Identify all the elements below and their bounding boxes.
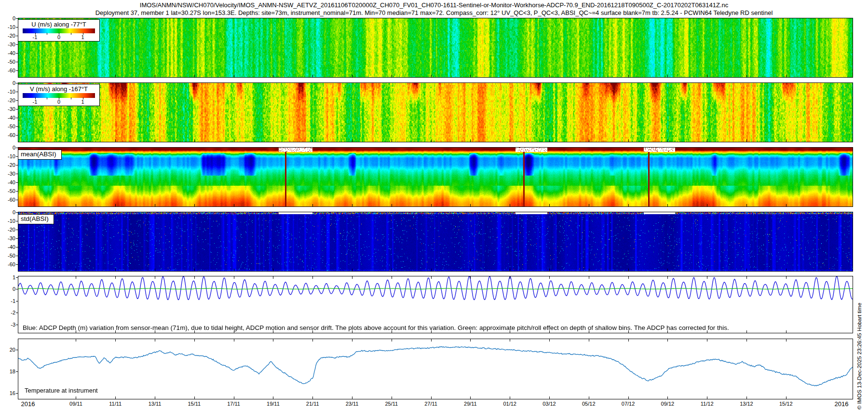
x-tick-label: 17/11 (227, 401, 240, 407)
u-velocity-heatmap (18, 18, 853, 77)
y-tick-mark (16, 313, 18, 313)
y-tick-label: -20 (2, 33, 15, 39)
y-tick-label: -20 (2, 227, 15, 232)
y-tick-label: -60 (2, 132, 15, 138)
x-tick-label: 29/11 (464, 401, 477, 407)
y-tick-label: 20 (2, 347, 15, 353)
y-tick-mark (16, 264, 18, 265)
depth-variation-annotation: Blue: ADCP Depth (m) variation from sens… (23, 324, 729, 331)
v-colorbar-ticks: -1 0 1 (23, 99, 95, 105)
y-tick-label: -40 (2, 50, 15, 56)
x-tick-label: 19/11 (267, 401, 280, 407)
colorbar-tick-label: 0 (57, 99, 60, 105)
y-tick-label: -10 (2, 153, 15, 159)
y-tick-mark (16, 212, 18, 213)
y-tick-mark (16, 289, 18, 289)
temperature-plot (18, 339, 853, 399)
std-absi-heatmap (18, 212, 853, 271)
y-tick-label: -50 (2, 123, 15, 129)
v-colorbar-legend: V (m/s) along -167°T -1 0 1 (18, 84, 100, 106)
x-tick-label: 09/12 (661, 401, 675, 407)
x-axis-year-label: 2016 (21, 400, 35, 408)
jet-colorbar-gradient (23, 28, 95, 33)
y-tick-label: -20 (2, 97, 15, 103)
y-tick-mark (16, 18, 18, 19)
colorbar-tick-label: 1 (81, 34, 84, 40)
y-tick-label: 0 (2, 80, 15, 86)
y-tick-label: -1 (2, 298, 15, 304)
y-tick-mark (16, 148, 18, 148)
y-tick-mark (16, 174, 18, 174)
x-tick-label: 03/12 (542, 401, 556, 407)
x-tick-label: 23/11 (346, 401, 359, 407)
x-tick-label: 07/12 (622, 401, 635, 407)
y-tick-label: -10 (2, 89, 15, 95)
panel-v-velocity: V (m/s) along -167°T -1 0 1 (18, 82, 853, 142)
x-tick-label: 09/11 (69, 401, 82, 407)
colorbar-tick-label: -1 (33, 99, 38, 105)
x-tick-label: 01/12 (503, 401, 516, 407)
mean-absi-heatmap (18, 148, 853, 206)
colorbar-tick-label: -1 (33, 34, 38, 40)
y-tick-label: -30 (2, 41, 15, 47)
y-tick-mark (16, 182, 18, 183)
y-tick-mark (16, 247, 18, 247)
title-line-2: Deployment 37, member 1 lat=30.27S lon=1… (0, 9, 868, 16)
y-tick-label: -50 (2, 253, 15, 259)
panel-std-absi: std(ABSI) (18, 212, 853, 272)
jet-colorbar-gradient (23, 93, 95, 98)
y-tick-label: -60 (2, 197, 15, 203)
y-tick-label: -2 (2, 310, 15, 315)
mean-absi-label-box: mean(ABSI) (18, 150, 62, 160)
u-colorbar-label: U (m/s) along -77°T (18, 21, 99, 28)
copyright-vertical-text: © IMOS 13-Dec-2025 23:26:45 Hobart time (856, 207, 865, 410)
y-tick-label: 18 (2, 369, 15, 374)
colorbar-tick-label: 1 (81, 99, 84, 105)
y-tick-mark (16, 83, 18, 83)
temperature-label: Temperature at instrument (25, 387, 98, 394)
y-tick-label: -40 (2, 179, 15, 185)
y-tick-mark (16, 200, 18, 200)
y-tick-mark (16, 393, 18, 394)
y-tick-label: -3 (2, 322, 15, 328)
y-tick-mark (16, 53, 18, 54)
x-axis-year-label: 2016 (835, 400, 849, 408)
y-tick-label: -30 (2, 106, 15, 112)
y-tick-mark (16, 44, 18, 45)
y-tick-label: -30 (2, 235, 15, 241)
y-tick-mark (16, 135, 18, 136)
y-tick-mark (16, 350, 18, 350)
y-tick-mark (16, 126, 18, 127)
x-tick-label: 11/12 (701, 401, 714, 407)
y-tick-label: -40 (2, 115, 15, 121)
x-tick-label: 11/11 (109, 401, 122, 407)
y-tick-label: -30 (2, 171, 15, 177)
x-tick-label: 15/11 (188, 401, 201, 407)
y-tick-label: 0 (2, 209, 15, 215)
y-tick-label: -50 (2, 188, 15, 194)
y-tick-mark (16, 70, 18, 71)
y-tick-mark (16, 62, 18, 62)
y-tick-label: -50 (2, 59, 15, 65)
y-tick-label: 16 (2, 390, 15, 396)
y-tick-label: -20 (2, 162, 15, 168)
colorbar-tick-label: 0 (57, 34, 60, 40)
y-tick-label: -40 (2, 244, 15, 250)
panel-u-velocity: U (m/s) along -77°T -1 0 1 (18, 18, 853, 78)
x-tick-label: 13/11 (149, 401, 162, 407)
u-colorbar-legend: U (m/s) along -77°T -1 0 1 (18, 19, 100, 41)
panel-mean-absi: mean(ABSI) (18, 147, 853, 207)
y-tick-label: 0 (2, 286, 15, 292)
y-tick-mark (16, 371, 18, 372)
y-tick-mark (16, 301, 18, 301)
x-tick-label: 21/11 (306, 401, 319, 407)
panel-temperature: Temperature at instrument (18, 339, 853, 399)
x-tick-label: 15/12 (779, 401, 793, 407)
std-absi-label-box: std(ABSI) (18, 214, 54, 224)
y-tick-label: 0 (2, 145, 15, 150)
y-tick-mark (16, 109, 18, 109)
x-tick-label: 13/12 (740, 401, 753, 407)
y-tick-label: -10 (2, 218, 15, 224)
v-velocity-heatmap (18, 83, 853, 142)
y-tick-label: -60 (2, 261, 15, 267)
